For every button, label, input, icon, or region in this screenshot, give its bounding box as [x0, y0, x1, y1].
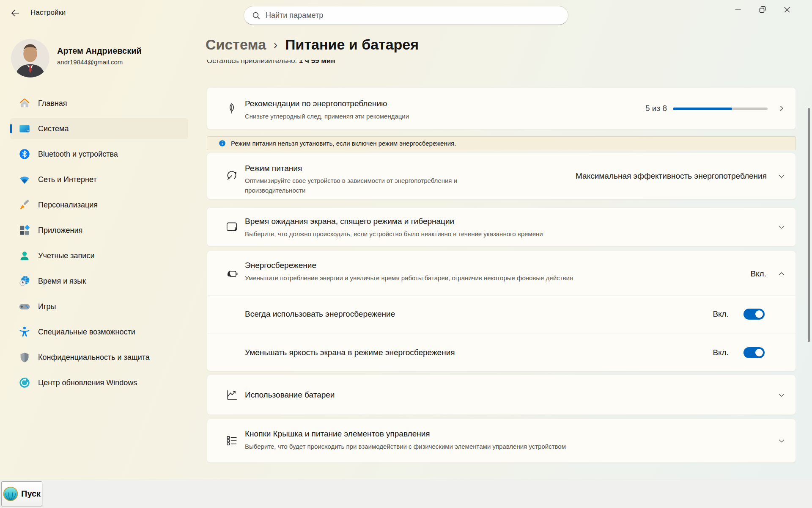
toggle-knob [755, 310, 763, 318]
divider [207, 295, 796, 295]
toggle-state-label: Вкл. [713, 348, 729, 357]
search-input[interactable] [266, 6, 568, 25]
screen-moon-icon [225, 221, 238, 233]
card-title: Использование батареи [245, 390, 335, 400]
sidebar-item-bluetooth[interactable]: Bluetooth и устройства [10, 144, 188, 165]
back-button[interactable] [7, 6, 24, 20]
recommendations-progress-bar [673, 108, 768, 110]
card-title: Режим питания [245, 164, 302, 173]
privacy-icon [19, 351, 30, 363]
home-icon [19, 97, 30, 109]
breadcrumb: Система › Питание и батарея [206, 36, 419, 53]
speedometer-icon [225, 170, 238, 182]
user-name: Артем Андриевский [57, 46, 142, 56]
selected-accent-bar [10, 124, 12, 133]
page-title: Питание и батарея [285, 36, 419, 53]
dim-screen-energy-saver-toggle[interactable] [743, 347, 765, 358]
toggle-state-label: Вкл. [713, 309, 729, 319]
energy-saver-state: Вкл. [750, 269, 766, 279]
card-subtitle: Уменьшите потребление энергии и увеличьт… [245, 273, 573, 283]
card-subtitle: Выберите, что будет происходить при взаи… [245, 442, 566, 451]
card-title: Рекомендации по энергопотреблению [245, 99, 387, 108]
sidebar-item-label: Приложения [38, 226, 82, 235]
breadcrumb-parent[interactable]: Система [206, 36, 266, 53]
lid-power-buttons-card[interactable]: Кнопки Крышка и питание элементов управл… [207, 419, 796, 463]
start-button-label: Пуск [21, 489, 41, 499]
scrollbar-thumb[interactable] [808, 108, 810, 342]
sidebar-item-network[interactable]: Сеть и Интернет [10, 169, 188, 190]
power-mode-value[interactable]: Максимальная эффективность энергопотребл… [576, 171, 767, 181]
accessibility-icon [19, 326, 30, 338]
sidebar-item-label: Персонализация [38, 201, 98, 210]
sidebar-item-personalization[interactable]: Персонализация [10, 194, 188, 215]
chevron-down-icon[interactable] [777, 222, 786, 232]
time-language-icon [19, 275, 30, 287]
energy-saver-card: Энергосбережение Уменьшите потребление э… [207, 251, 796, 371]
app-title: Настройки [30, 8, 66, 17]
chevron-down-icon[interactable] [777, 171, 786, 181]
breadcrumb-separator-icon: › [274, 39, 277, 52]
leaf-icon [225, 102, 238, 115]
sidebar-item-label: Bluetooth и устройства [38, 150, 118, 159]
chevron-right-icon[interactable] [777, 104, 786, 113]
taskbar: Пуск k РУС 12:15 21.02.2026 [0, 480, 812, 508]
card-title: Кнопки Крышка и питание элементов управл… [245, 429, 430, 439]
info-icon [219, 140, 226, 147]
search-icon [252, 11, 261, 20]
card-title: Энергосбережение [245, 261, 316, 270]
restore-button[interactable] [750, 0, 775, 19]
sidebar-item-time-language[interactable]: Время и язык [10, 271, 188, 292]
search-box[interactable] [244, 6, 568, 25]
divider [207, 334, 796, 334]
sidebar-item-privacy[interactable]: Конфиденциальность и защита [10, 347, 188, 368]
close-button[interactable] [775, 0, 799, 19]
card-subtitle: Снизьте углеродный след, применяя эти ре… [245, 111, 409, 121]
chevron-down-icon[interactable] [777, 436, 786, 445]
setting-row-label: Всегда использовать энергосбережение [245, 309, 395, 319]
energy-progress-fill [673, 108, 732, 110]
toggle-knob [755, 349, 763, 356]
user-email: andr19844@gmail.com [57, 58, 123, 66]
energy-recommendations-card[interactable]: Рекомендации по энергопотреблению Снизьт… [207, 87, 796, 130]
minimize-button[interactable] [726, 0, 750, 19]
sidebar-item-label: Время и язык [38, 277, 86, 286]
info-banner: Режим питания нельзя установить, если вк… [207, 136, 796, 150]
user-profile[interactable]: Артем Андриевский andr19844@gmail.com [11, 39, 193, 78]
games-icon [19, 301, 30, 312]
setting-row-label: Уменьшать яркость экрана в режиме энерго… [245, 348, 455, 357]
card-subtitle: Оптимизируйте свое устройство в зависимо… [245, 176, 503, 196]
sidebar-item-home[interactable]: Главная [10, 93, 188, 114]
chevron-down-icon[interactable] [777, 390, 786, 400]
settings-window: Настройки Артем Андриевский andr19844@gm… [0, 0, 812, 508]
power-mode-card: Режим питания Оптимизируйте свое устройс… [207, 153, 796, 199]
sidebar-item-windows-update[interactable]: Центр обновления Windows [10, 372, 188, 393]
accounts-icon [19, 250, 30, 262]
sidebar-item-label: Система [38, 124, 69, 133]
always-energy-saver-toggle[interactable] [743, 309, 765, 320]
sidebar-item-system[interactable]: Система [10, 118, 188, 139]
back-arrow-icon [10, 8, 21, 19]
battery-usage-card[interactable]: Использование батареи [207, 375, 796, 415]
apps-icon [19, 224, 30, 236]
battery-leaf-icon [225, 268, 238, 280]
sidebar-item-accessibility[interactable]: Специальные возможности [10, 321, 188, 342]
screen-sleep-timeouts-card[interactable]: Время ожидания экрана, спящего режима и … [207, 207, 796, 246]
sidebar-item-label: Главная [38, 99, 67, 108]
sidebar-item-accounts[interactable]: Учетные записи [10, 245, 188, 266]
shell-icon [2, 485, 19, 503]
sidebar-item-games[interactable]: Игры [10, 296, 188, 317]
chart-icon [225, 389, 238, 401]
sidebar-item-label: Игры [38, 302, 56, 311]
sidebar-item-label: Центр обновления Windows [38, 378, 137, 387]
avatar [11, 39, 49, 77]
network-icon [19, 174, 30, 185]
battery-remaining-status: Осталось приблизительно: 1 ч 59 мин [207, 60, 503, 70]
sidebar-item-label: Конфиденциальность и защита [38, 353, 150, 362]
start-button[interactable]: Пуск [1, 481, 42, 506]
sidebar-item-label: Учетные записи [38, 251, 94, 260]
window-controls [726, 0, 799, 19]
recommendations-progress-label: 5 из 8 [645, 104, 667, 113]
sidebar-item-apps[interactable]: Приложения [10, 220, 188, 241]
chevron-up-icon[interactable] [777, 269, 786, 279]
card-subtitle: Выберите, что должно происходить, если у… [245, 229, 543, 239]
